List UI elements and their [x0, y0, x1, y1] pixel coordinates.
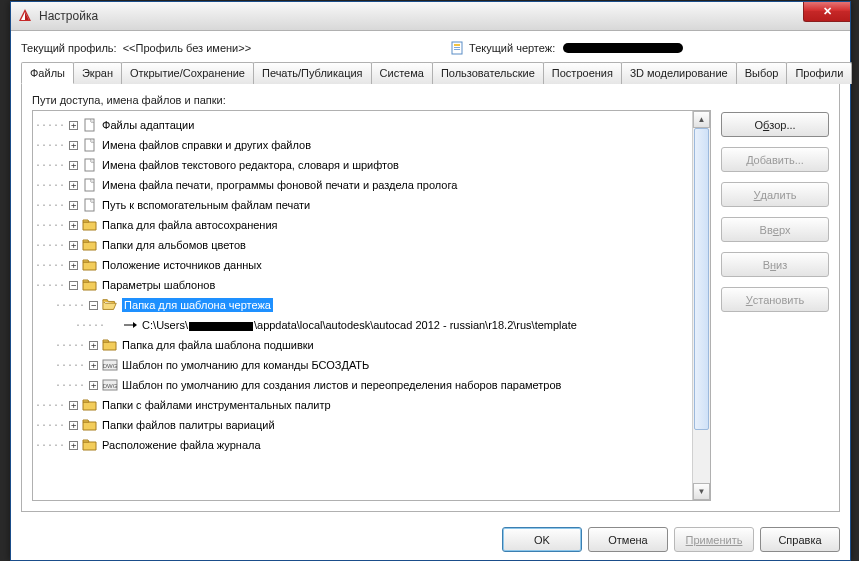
tree-label: Шаблон по умолчанию для создания листов … [122, 379, 561, 391]
tree-label: Папка для шаблона чертежа [122, 298, 273, 312]
folder-icon [102, 338, 118, 352]
add-button[interactable]: Добавить... [721, 147, 829, 172]
expand-icon[interactable]: + [69, 201, 78, 210]
expand-icon[interactable]: + [69, 161, 78, 170]
set-button[interactable]: Установить [721, 287, 829, 312]
tree-label: Имена файла печати, программы фоновой пе… [102, 179, 457, 191]
dwg-icon: DWG [102, 358, 118, 372]
expand-icon[interactable]: + [69, 401, 78, 410]
svg-text:DWG: DWG [103, 363, 118, 369]
scrollbar[interactable]: ▲ ▼ [692, 111, 710, 500]
scroll-up-button[interactable]: ▲ [693, 111, 710, 128]
tab-3[interactable]: Печать/Публикация [253, 62, 372, 84]
tree-row[interactable]: ·····+Имена файлов справки и других файл… [35, 135, 693, 155]
expand-icon[interactable]: + [69, 261, 78, 270]
delete-button[interactable]: Удалить [721, 182, 829, 207]
tree-row[interactable]: ·····+DWGШаблон по умолчанию для создани… [35, 375, 693, 395]
tree-label: Шаблон по умолчанию для команды БСОЗДАТЬ [122, 359, 369, 371]
tab-2[interactable]: Открытие/Сохранение [121, 62, 254, 84]
expand-icon[interactable]: + [69, 441, 78, 450]
tab-5[interactable]: Пользовательские [432, 62, 544, 84]
tree-row[interactable]: ·····+Имена файла печати, программы фоно… [35, 175, 693, 195]
tree-label: Имена файлов текстового редактора, слова… [102, 159, 399, 171]
redacted-drawing-name [563, 43, 683, 53]
current-profile-label: Текущий профиль: [21, 42, 117, 54]
browse-button[interactable]: Обзор... [721, 112, 829, 137]
profile-row: Текущий профиль: <<Профиль без имени>> Т… [21, 37, 840, 59]
apply-button[interactable]: Применить [674, 527, 754, 552]
tab-9[interactable]: Профили [786, 62, 852, 84]
folder-icon [82, 238, 98, 252]
tree-row[interactable]: ·····+Папки с файлами инструментальных п… [35, 395, 693, 415]
tree-label: Параметры шаблонов [102, 279, 215, 291]
tree-row[interactable]: ·····+Папка для файла шаблона подшивки [35, 335, 693, 355]
tab-6[interactable]: Построения [543, 62, 622, 84]
dwg-icon: DWG [102, 378, 118, 392]
tab-panel-files: Пути доступа, имена файлов и папки: ····… [21, 84, 840, 512]
expand-icon[interactable]: + [89, 381, 98, 390]
side-buttons: Обзор...Добавить...УдалитьВверхВнизУстан… [721, 94, 829, 501]
folder-icon [82, 258, 98, 272]
tree-row[interactable]: ·····+Имена файлов текстового редактора,… [35, 155, 693, 175]
tree-label: Расположение файла журнала [102, 439, 260, 451]
help-button[interactable]: Справка [760, 527, 840, 552]
down-button[interactable]: Вниз [721, 252, 829, 277]
tree-row[interactable]: ·····+Папки для альбомов цветов [35, 235, 693, 255]
tree[interactable]: ·····+Файлы адаптации·····+Имена файлов … [33, 111, 693, 500]
close-button[interactable]: ✕ [803, 2, 850, 22]
expand-icon[interactable]: + [69, 121, 78, 130]
expand-icon[interactable]: + [69, 421, 78, 430]
expand-icon[interactable]: + [69, 181, 78, 190]
collapse-icon[interactable]: − [89, 301, 98, 310]
folder-icon [82, 398, 98, 412]
drawing-icon [451, 41, 465, 55]
up-button[interactable]: Вверх [721, 217, 829, 242]
cancel-button[interactable]: Отмена [588, 527, 668, 552]
folder-open-icon [102, 298, 118, 312]
content-area: Текущий профиль: <<Профиль без имени>> Т… [11, 31, 850, 522]
tab-7[interactable]: 3D моделирование [621, 62, 737, 84]
folder-icon [82, 418, 98, 432]
collapse-icon[interactable]: − [69, 281, 78, 290]
expand-icon[interactable]: + [89, 361, 98, 370]
tab-4[interactable]: Система [371, 62, 433, 84]
folder-icon [82, 278, 98, 292]
svg-rect-6 [454, 49, 460, 50]
ok-button[interactable]: OK [502, 527, 582, 552]
tree-row[interactable]: ·····+Файлы адаптации [35, 115, 693, 135]
tree-label: Путь к вспомогательным файлам печати [102, 199, 310, 211]
doc-icon [82, 118, 98, 132]
tree-label: Папки файлов палитры вариаций [102, 419, 274, 431]
tree-row[interactable]: ·····−Параметры шаблонов [35, 275, 693, 295]
folder-icon [82, 218, 98, 232]
scroll-down-button[interactable]: ▼ [693, 483, 710, 500]
tree-row[interactable]: ·····+Расположение файла журнала [35, 435, 693, 455]
tab-1[interactable]: Экран [73, 62, 122, 84]
tab-8[interactable]: Выбор [736, 62, 788, 84]
scroll-track[interactable] [693, 128, 710, 483]
expand-icon[interactable]: + [69, 241, 78, 250]
folder-icon [82, 438, 98, 452]
tree-row[interactable]: ·····+Положение источников данных [35, 255, 693, 275]
tree-row[interactable]: ·····+Папки файлов палитры вариаций [35, 415, 693, 435]
tree-row[interactable]: ·····+DWGШаблон по умолчанию для команды… [35, 355, 693, 375]
tree-row[interactable]: ·····+Папка для файла автосохранения [35, 215, 693, 235]
tree-label: Папки с файлами инструментальных палитр [102, 399, 331, 411]
scroll-thumb[interactable] [694, 128, 709, 430]
tree-box: ·····+Файлы адаптации·····+Имена файлов … [32, 110, 711, 501]
tree-row[interactable]: ·····C:\Users\\appdata\local\autodesk\au… [35, 315, 693, 335]
tree-path: C:\Users\\appdata\local\autodesk\autocad… [142, 319, 577, 331]
doc-icon [82, 158, 98, 172]
titlebar: Настройка ✕ [11, 2, 850, 31]
tree-row[interactable]: ·····+Путь к вспомогательным файлам печа… [35, 195, 693, 215]
arrow-icon [122, 318, 138, 332]
tree-row[interactable]: ·····−Папка для шаблона чертежа [35, 295, 693, 315]
expand-icon[interactable]: + [89, 341, 98, 350]
svg-rect-4 [454, 44, 460, 46]
expand-icon[interactable]: + [69, 221, 78, 230]
tree-label: Папка для файла шаблона подшивки [122, 339, 314, 351]
tab-0[interactable]: Файлы [21, 62, 74, 84]
expand-icon[interactable]: + [69, 141, 78, 150]
app-logo-icon [17, 8, 33, 24]
tree-label: Файлы адаптации [102, 119, 194, 131]
